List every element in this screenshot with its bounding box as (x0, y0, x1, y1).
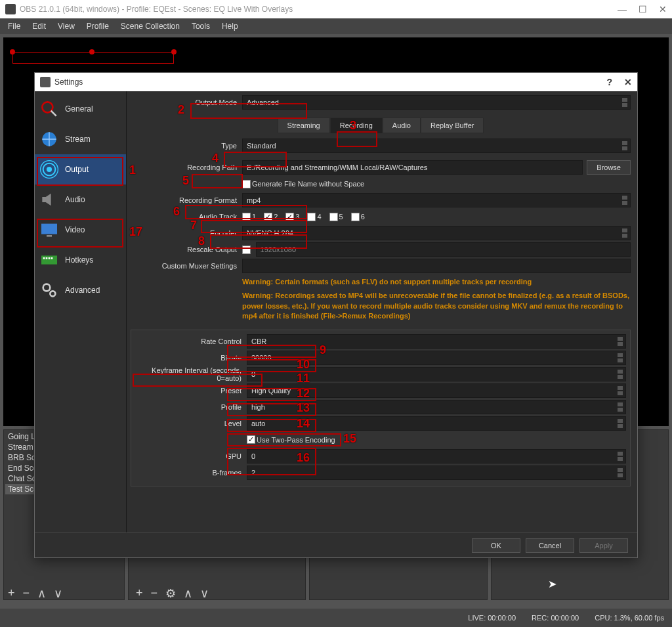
sidebar-item-stream[interactable]: Stream (35, 124, 126, 154)
output-mode-select[interactable]: Advanced (242, 95, 631, 110)
sidebar-item-label: General (65, 104, 93, 114)
magnifier-icon (39, 100, 60, 118)
track-4-checkbox[interactable] (307, 213, 316, 221)
level-select[interactable]: auto (247, 416, 626, 431)
keyframe-input[interactable]: 0 (247, 367, 626, 381)
tab-streaming[interactable]: Streaming (278, 118, 330, 133)
dialog-titlebar: Settings ? ✕ (35, 73, 637, 91)
sidebar-item-video[interactable]: Video (35, 215, 126, 245)
app-icon (5, 4, 16, 14)
speaker-icon (39, 190, 60, 209)
maximize-button[interactable]: ☐ (639, 4, 647, 14)
track-1-checkbox[interactable] (242, 213, 251, 221)
close-button[interactable]: ✕ (659, 4, 667, 14)
add-icon[interactable]: + (135, 586, 144, 601)
tab-audio[interactable]: Audio (383, 118, 421, 133)
rescale-output-label: Rescale Output (131, 246, 242, 253)
menu-edit[interactable]: Edit (27, 20, 51, 32)
type-select[interactable]: Standard (242, 139, 631, 153)
output-tabs: Streaming Recording Audio Replay Buffer (131, 118, 631, 133)
tab-recording[interactable]: Recording (330, 118, 383, 133)
dialog-title: Settings (54, 77, 606, 87)
status-rec: REC: 00:00:00 (532, 614, 579, 622)
menu-help[interactable]: Help (217, 20, 243, 32)
menu-scene-collection[interactable]: Scene Collection (116, 20, 185, 32)
window-title: OBS 21.0.1 (64bit, windows) - Profile: E… (20, 5, 618, 14)
svg-rect-8 (41, 255, 57, 264)
resize-handle[interactable] (171, 49, 177, 54)
down-icon[interactable]: ∨ (199, 586, 210, 601)
sidebar-item-label: Video (65, 225, 85, 234)
up-icon[interactable]: ∧ (182, 586, 194, 601)
rescale-output-value: 1920x1080 (256, 242, 631, 257)
down-icon[interactable]: ∨ (52, 586, 64, 601)
svg-point-3 (47, 167, 52, 172)
sidebar-item-audio[interactable]: Audio (35, 184, 126, 215)
sidebar-item-general[interactable]: General (35, 94, 126, 124)
muxer-input[interactable] (242, 259, 631, 273)
svg-line-1 (51, 111, 56, 116)
apply-button[interactable]: Apply (579, 538, 628, 553)
up-icon[interactable]: ∧ (36, 586, 47, 601)
menu-file[interactable]: File (3, 20, 26, 32)
dialog-close-button[interactable]: ✕ (624, 77, 632, 87)
svg-point-14 (50, 291, 55, 296)
bframes-label: B-frames (135, 469, 247, 477)
track-6-checkbox[interactable] (351, 213, 360, 221)
sidebar-item-hotkeys[interactable]: Hotkeys (35, 245, 126, 275)
encoder-select[interactable]: NVENC H.264 (242, 226, 631, 240)
resize-handle[interactable] (89, 49, 94, 54)
svg-rect-11 (49, 257, 51, 259)
bframes-input[interactable]: 2 (247, 465, 626, 480)
tab-replay-buffer[interactable]: Replay Buffer (421, 118, 484, 133)
menu-bar: File Edit View Profile Scene Collection … (0, 18, 672, 34)
menu-tools[interactable]: Tools (186, 20, 215, 32)
scenes-toolbar: + − ∧ ∨ (0, 586, 64, 601)
remove-icon[interactable]: − (22, 586, 32, 601)
gen-filename-checkbox[interactable] (242, 180, 251, 188)
gpu-input[interactable]: 0 (247, 449, 626, 464)
svg-rect-10 (46, 257, 48, 259)
track-5-checkbox[interactable] (329, 213, 338, 221)
gear-icon[interactable]: ⚙ (164, 586, 177, 601)
remove-icon[interactable]: − (150, 586, 159, 601)
menu-view[interactable]: View (52, 20, 80, 32)
preset-label: Preset (135, 387, 247, 395)
track-2-checkbox[interactable] (264, 213, 272, 221)
ok-button[interactable]: OK (472, 538, 520, 553)
settings-sidebar: General Stream Output Audio Video Hotkey… (35, 91, 127, 532)
track-3-checkbox[interactable] (285, 213, 294, 221)
resize-handle[interactable] (10, 49, 15, 54)
minimize-button[interactable]: — (618, 4, 627, 14)
sidebar-item-label: Audio (65, 195, 85, 204)
encoder-label: Encoder (131, 229, 242, 237)
recording-path-input[interactable]: E:/Recording and Streaming/WMM Local/RAW… (242, 160, 583, 175)
two-pass-label: Use Two-Pass Encoding (257, 436, 335, 444)
add-icon[interactable]: + (7, 586, 16, 601)
rate-control-label: Rate Control (135, 337, 247, 345)
globe-icon (39, 130, 60, 148)
profile-label: Profile (135, 403, 247, 411)
rate-control-select[interactable]: CBR (247, 334, 626, 349)
sidebar-item-label: Advanced (65, 286, 100, 295)
profile-select[interactable]: high (247, 400, 626, 414)
menu-profile[interactable]: Profile (81, 20, 114, 32)
bitrate-input[interactable]: 30000 (247, 351, 626, 365)
preset-select[interactable]: High Quality (247, 383, 626, 398)
type-label: Type (131, 142, 242, 150)
two-pass-checkbox[interactable] (247, 435, 255, 444)
sources-toolbar: + − ⚙ ∧ ∨ (128, 586, 210, 601)
sidebar-item-advanced[interactable]: Advanced (35, 275, 126, 305)
browse-button[interactable]: Browse (587, 160, 631, 175)
gears-icon (39, 281, 60, 299)
rescale-output-checkbox[interactable] (242, 246, 251, 254)
recording-format-label: Recording Format (131, 196, 242, 204)
svg-rect-7 (47, 235, 52, 237)
help-button[interactable]: ? (606, 77, 612, 87)
window-titlebar: OBS 21.0.1 (64bit, windows) - Profile: E… (0, 0, 672, 18)
recording-format-select[interactable]: mp4 (242, 193, 631, 207)
keyframe-label: Keyframe Interval (seconds, 0=auto) (135, 366, 247, 382)
cancel-button[interactable]: Cancel (526, 538, 574, 553)
sidebar-item-output[interactable]: Output (35, 154, 126, 184)
dialog-footer: OK Cancel Apply (35, 532, 637, 557)
